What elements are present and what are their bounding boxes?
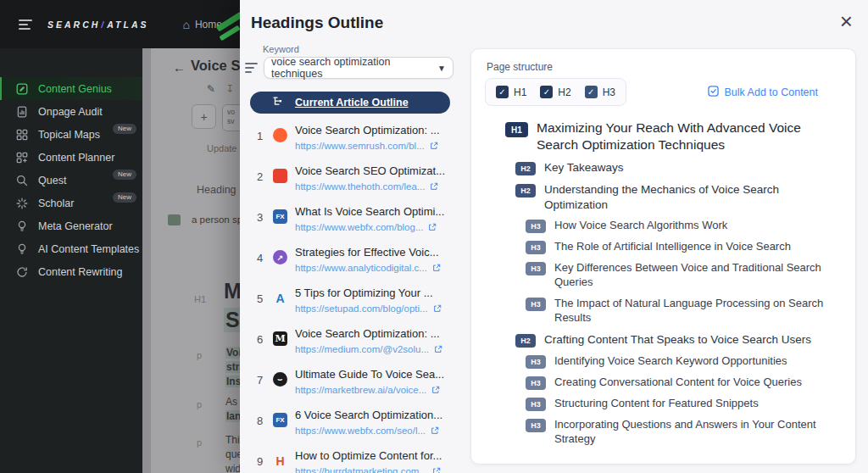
modal-backdrop[interactable] [142, 48, 240, 473]
menu-icon[interactable] [19, 17, 34, 32]
heading-row[interactable]: H2 Key Takeaways [505, 160, 842, 175]
result-title: 6 Voice Search Optimization... [295, 409, 442, 421]
heading-level-badge: H3 [526, 376, 546, 390]
result-title: Voice Search Optimization: ... [295, 327, 442, 340]
page-structure-label: Page structure [487, 61, 842, 73]
heading-text: Crafting Content That Speaks to Voice Se… [544, 332, 811, 348]
heading-text: Key Differences Between Voice and Tradit… [554, 261, 836, 290]
result-url[interactable]: https://www.semrush.com/bl... [295, 141, 425, 151]
result-url[interactable]: https://setupad.com/blog/opti... [295, 303, 428, 314]
result-rank: 7 [257, 368, 265, 398]
checkbox-checked-icon: ✓ [585, 86, 598, 98]
heading-row[interactable]: H3 Structuring Content for Featured Snip… [505, 397, 842, 411]
h3-filter-checkbox[interactable]: ✓ H3 [585, 86, 615, 98]
grid-plus-icon [15, 151, 28, 164]
heading-level-badge: H3 [526, 241, 546, 254]
result-rank: 6 [257, 327, 265, 357]
search-result-item[interactable]: 5 A 5 Tips for Optimizing Your ... https… [240, 287, 459, 316]
sidebar-item-content-genius[interactable]: Content Genius [0, 77, 142, 100]
sidebar: Content Genius Onpage Audit Topical Maps… [0, 48, 142, 473]
sort-icon[interactable] [245, 62, 259, 74]
keyword-label: Keyword [263, 44, 459, 54]
current-article-outline-button[interactable]: Current Article Outline [250, 92, 450, 114]
heading-text: Structuring Content for Featured Snippet… [554, 397, 759, 411]
heading-row[interactable]: H3 The Role of Artificial Intelligence i… [505, 240, 842, 254]
result-url[interactable]: https://marketbrew.ai/a/voice... [295, 385, 426, 395]
chevron-down-icon: ▼ [437, 64, 446, 73]
sidebar-item-meta-generator[interactable]: Meta Generator [0, 214, 142, 237]
external-link-icon[interactable] [431, 382, 440, 398]
outline-left-column: Keyword voice search optimization techni… [240, 41, 459, 473]
heading-text: Incorporating Questions and Answers in Y… [554, 418, 836, 447]
result-url[interactable]: https://medium.com/@v2solu... [295, 344, 429, 354]
refresh-icon [15, 265, 28, 278]
search-result-item[interactable]: 7 ⌣ Ultimate Guide To Voice Sea... https… [240, 368, 459, 398]
external-link-icon[interactable] [432, 260, 441, 275]
close-icon[interactable]: × [838, 8, 854, 34]
h2-filter-checkbox[interactable]: ✓ H2 [540, 86, 570, 98]
outline-tree-icon [272, 96, 283, 109]
search-result-item[interactable]: 4 ↗ Strategies for Effective Voic... htt… [240, 246, 459, 275]
external-link-icon[interactable] [431, 423, 439, 438]
heading-row[interactable]: H2 Understanding the Mechanics of Voice … [505, 182, 842, 212]
external-link-icon[interactable] [433, 301, 442, 316]
sidebar-item-topical-maps[interactable]: Topical Maps New [0, 123, 142, 146]
result-title: Voice Search Optimization: ... [295, 124, 440, 136]
checkbox-checked-icon: ✓ [496, 86, 509, 98]
analytico-favicon: ↗ [273, 250, 287, 264]
bulb-icon [15, 242, 28, 255]
heading-level-badge: H3 [526, 220, 546, 233]
sidebar-item-label: Topical Maps [38, 129, 100, 141]
result-title: Strategies for Effective Voic... [295, 246, 441, 259]
keyword-select[interactable]: voice search optimization techniques ▼ [264, 57, 453, 79]
external-link-icon[interactable] [434, 342, 442, 357]
search-result-item[interactable]: 1 Voice Search Optimization: ... https:/… [240, 124, 459, 153]
medium-favicon: M [273, 331, 287, 346]
result-title: What Is Voice Search Optimi... [295, 205, 444, 218]
heading-row[interactable]: H3 The Impact of Natural Language Proces… [505, 297, 842, 326]
search-result-item[interactable]: 9 H How to Optimize Content for... https… [240, 449, 459, 473]
result-rank: 2 [257, 164, 265, 194]
sidebar-item-label: Content Planner [38, 152, 114, 164]
result-url[interactable]: https://www.analyticodigital.c... [295, 263, 427, 273]
search-result-item[interactable]: 6 M Voice Search Optimization: ... https… [240, 327, 459, 357]
heading-row[interactable]: H2 Crafting Content That Speaks to Voice… [505, 332, 842, 348]
thehoth-favicon [273, 169, 287, 183]
sidebar-item-content-rewriting[interactable]: Content Rewriting [0, 260, 142, 283]
headings-outline-drawer: Headings Outline × Keyword voice search … [240, 0, 868, 473]
external-link-icon[interactable] [432, 464, 441, 473]
result-url[interactable]: https://www.thehoth.com/lea... [295, 181, 425, 192]
sidebar-item-ai-content-templates[interactable]: AI Content Templates [0, 237, 142, 260]
heading-row[interactable]: H3 Incorporating Questions and Answers i… [505, 418, 842, 447]
heading-row[interactable]: H3 Creating Conversational Content for V… [505, 376, 842, 390]
external-link-icon[interactable] [430, 138, 438, 153]
external-link-icon[interactable] [430, 179, 438, 194]
webfx-favicon: FX [273, 413, 287, 427]
result-rank: 5 [257, 287, 265, 316]
heading-text: Maximizing Your Reach With Advanced Voic… [537, 120, 818, 153]
result-url[interactable]: https://www.webfx.com/seo/l... [295, 426, 426, 436]
heading-level-badge: H3 [526, 419, 546, 432]
result-rank: 3 [257, 205, 265, 235]
heading-row[interactable]: H3 Key Differences Between Voice and Tra… [505, 261, 842, 290]
result-url[interactable]: https://burrdatmarketing.com... [295, 466, 427, 473]
sidebar-item-onpage-audit[interactable]: Onpage Audit [0, 100, 142, 123]
external-link-icon[interactable] [428, 220, 437, 235]
search-result-item[interactable]: 3 FX What Is Voice Search Optimi... http… [240, 205, 459, 235]
sidebar-item-scholar[interactable]: Scholar New [0, 192, 142, 214]
semrush-favicon [273, 128, 287, 142]
heading-text: Key Takeaways [544, 160, 624, 175]
search-result-item[interactable]: 8 FX 6 Voice Search Optimization... http… [240, 409, 459, 438]
heading-text: Creating Conversational Content for Voic… [554, 376, 802, 390]
heading-row[interactable]: H3 Identifying Voice Search Keyword Oppo… [505, 354, 842, 369]
heading-level-badge: H2 [515, 184, 536, 198]
sidebar-item-quest[interactable]: Quest New [0, 169, 142, 192]
result-rank: 8 [257, 409, 265, 438]
result-url[interactable]: https://www.webfx.com/blog... [295, 222, 423, 232]
sidebar-item-content-planner[interactable]: Content Planner [0, 146, 142, 169]
h1-filter-checkbox[interactable]: ✓ H1 [496, 86, 526, 98]
heading-row[interactable]: H1 Maximizing Your Reach With Advanced V… [505, 120, 842, 153]
search-result-item[interactable]: 2 Voice Search SEO Optimizat... https://… [240, 164, 459, 194]
bulk-add-to-content-link[interactable]: Bulk Add to Content [708, 86, 819, 99]
heading-row[interactable]: H3 How Voice Search Algorithms Work [505, 219, 842, 233]
